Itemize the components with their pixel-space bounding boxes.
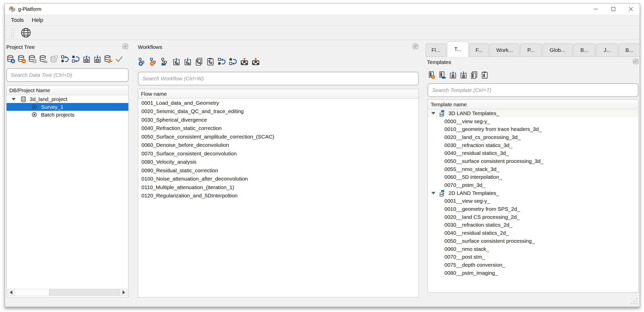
open-template-button[interactable] <box>438 71 447 79</box>
template-row[interactable]: 0010__geometry from trace headers_3d_ <box>428 125 638 133</box>
right-panel-tab-bar: Fl... T... F... Work... P... Glob... B..… <box>426 41 641 57</box>
window-resize-grip[interactable] <box>629 298 638 305</box>
redo-button[interactable] <box>229 57 238 66</box>
remove-workflow-button[interactable] <box>149 57 158 66</box>
template-row[interactable]: 0030__refraction statics_3d_ <box>428 141 638 149</box>
template-row[interactable]: 0050__surface consistent processing_3d_ <box>428 157 638 165</box>
remove-template-button[interactable] <box>428 71 436 79</box>
minimize-button[interactable] <box>587 4 604 15</box>
maximize-button[interactable] <box>604 4 622 15</box>
tab-b2[interactable]: B... <box>619 44 640 57</box>
menu-tools[interactable]: Tools <box>8 15 28 25</box>
workflow-row[interactable]: 0100_Noise_attenuation_after_deconvoluti… <box>138 175 419 183</box>
template-row[interactable]: 0030__refraction statics_2d_ <box>428 221 638 229</box>
undo-button[interactable] <box>60 55 69 64</box>
toolbar-grip-handle[interactable] <box>10 27 15 38</box>
workflow-row[interactable]: 0050_Surface_consistent_amplitude_correc… <box>138 132 419 141</box>
tab-p[interactable]: P... <box>520 44 542 57</box>
add-workflow-button[interactable] <box>138 57 147 66</box>
chevron-down-icon[interactable] <box>431 192 435 194</box>
template-group-row[interactable]: 3D LAND Templates_ <box>428 109 638 117</box>
app-logo-icon: g <box>8 6 16 13</box>
scrollbar-track[interactable] <box>49 289 120 296</box>
project-tree-search-input[interactable] <box>7 69 128 81</box>
template-row[interactable]: 0020__land_cs_processing_3d_ <box>428 133 638 141</box>
open-workflow-button[interactable] <box>161 57 170 66</box>
database-properties-button[interactable] <box>28 55 37 64</box>
workflow-row[interactable]: 0040_Refraction_static_correction <box>138 124 419 133</box>
copy-workflow-icon <box>195 57 204 66</box>
copy-workflow-button[interactable] <box>195 57 204 66</box>
tab-flows[interactable]: Fl... <box>426 44 446 57</box>
project-tree-float-button[interactable] <box>122 43 129 50</box>
workflow-row[interactable]: 0080_Velocity_analysis <box>138 158 419 166</box>
import-workflow-archive-button[interactable] <box>251 57 260 66</box>
globe-button[interactable] <box>20 27 32 39</box>
import-database-button[interactable] <box>93 55 102 64</box>
export-template-button[interactable] <box>449 71 457 79</box>
workflow-row[interactable]: 0090_Residual_static_correction <box>138 166 419 175</box>
check-icon <box>115 55 124 64</box>
undo-button[interactable] <box>217 57 226 66</box>
paste-workflow-button[interactable] <box>206 57 215 66</box>
close-button[interactable] <box>622 4 640 15</box>
menu-help[interactable]: Help <box>28 15 47 25</box>
template-row[interactable]: 0070__pstm_3d_ <box>428 181 638 189</box>
template-row[interactable]: 0020__land CS processing_2d_ <box>428 213 638 221</box>
workflow-row[interactable]: 0001_Load_data_and_Geometry <box>138 99 419 107</box>
template-search-input[interactable] <box>428 84 638 96</box>
tab-glob[interactable]: Glob... <box>543 44 572 57</box>
chevron-down-icon[interactable] <box>12 98 16 100</box>
apply-check-button[interactable] <box>115 55 124 64</box>
export-workflow-button[interactable] <box>172 57 181 66</box>
paste-template-button[interactable] <box>480 71 489 79</box>
template-row[interactable]: 0040__residual statics_2d_ <box>428 229 638 237</box>
database-tools-button[interactable] <box>104 55 113 64</box>
workflow-search <box>138 72 419 85</box>
template-row[interactable]: 0075__depth conversion_ <box>428 261 638 269</box>
template-row[interactable]: 0000__view seg-y_ <box>428 117 638 125</box>
export-database-button[interactable] <box>82 55 91 64</box>
redo-button[interactable] <box>71 55 80 64</box>
tab-j[interactable]: J... <box>596 44 618 57</box>
scroll-right-button[interactable] <box>120 289 127 296</box>
tab-work[interactable]: Work... <box>490 44 519 57</box>
template-row[interactable]: 0060__nmo stack_ <box>428 245 638 253</box>
copy-template-button[interactable] <box>470 71 478 79</box>
workflow-row[interactable]: 0020_Seismic_data_QC_and_trace_editing <box>138 107 419 116</box>
open-database-button[interactable] <box>39 55 48 64</box>
workflows-float-button[interactable] <box>412 43 419 50</box>
template-group-row[interactable]: 2D LAND Templates_ <box>428 189 638 197</box>
add-database-button[interactable] <box>6 55 15 64</box>
tab-b1[interactable]: B... <box>573 44 596 57</box>
disconnect-database-button[interactable] <box>50 55 59 64</box>
template-row[interactable]: 0080__pstm_imaging_ <box>428 269 638 277</box>
workflow-row[interactable]: 0070_Surface_consistent_deconvolution <box>138 149 419 158</box>
tab-templates[interactable]: T... <box>447 41 469 57</box>
import-template-button[interactable] <box>459 71 468 79</box>
template-row[interactable]: 0040__residual statics_3d_ <box>428 149 638 157</box>
scrollbar-thumb[interactable] <box>15 289 49 296</box>
workflow-row[interactable]: 0030_Spherical_divergence <box>138 116 419 124</box>
template-row[interactable]: 0060__5D interpolation_ <box>428 173 638 181</box>
template-row[interactable]: 0055__nmo_stack_3d_ <box>428 165 638 173</box>
import-workflow-button[interactable] <box>183 57 192 66</box>
scroll-left-button[interactable] <box>8 289 15 296</box>
tree-item-survey[interactable]: Survey_1 <box>7 103 128 111</box>
export-workflow-archive-button[interactable] <box>240 57 249 66</box>
template-row[interactable]: 0070__post stm_ <box>428 253 638 261</box>
workflow-row[interactable]: 0060_Denoise_before_deconvolution <box>138 141 419 150</box>
template-row[interactable]: 0010__geometry from SPS_2d_ <box>428 205 638 213</box>
template-row[interactable]: 0050__surface consistent processing_ <box>428 237 638 245</box>
workflow-row[interactable]: 0120_Regularization_and_5DInterpoltion <box>138 192 419 200</box>
workflow-search-input[interactable] <box>138 72 418 85</box>
templates-float-button[interactable] <box>632 58 639 65</box>
tree-item-project-root[interactable]: 3d_land_project <box>7 95 128 103</box>
template-column-header: Template name <box>428 100 638 109</box>
chevron-down-icon[interactable] <box>431 112 435 115</box>
template-row[interactable]: 0001__view seg-y_ <box>428 197 638 205</box>
workflow-row[interactable]: 0110_Multiple_attenuation_(iteration_1) <box>138 183 419 192</box>
tab-f[interactable]: F... <box>469 44 489 57</box>
tree-item-batch-projects[interactable]: Batch projects <box>7 111 128 119</box>
remove-database-button[interactable] <box>17 55 26 64</box>
